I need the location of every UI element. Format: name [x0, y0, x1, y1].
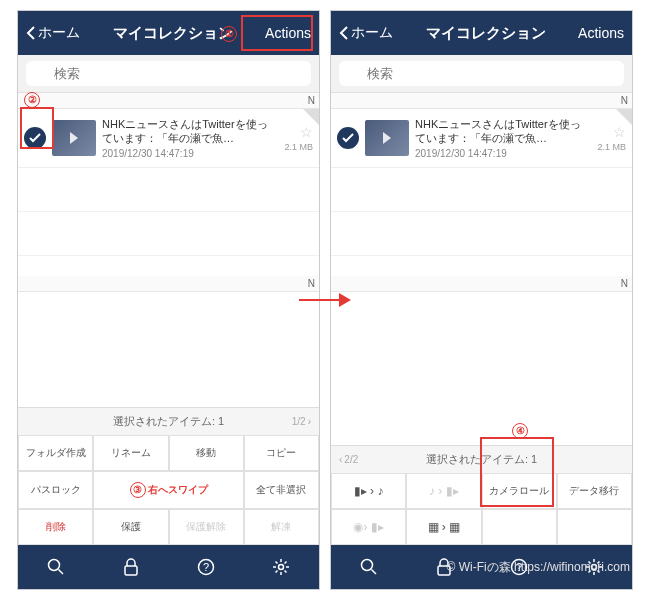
item-size: 2.1 MB — [597, 142, 626, 152]
section-header: N — [18, 93, 319, 109]
corner-fold-icon — [616, 109, 632, 125]
action-extract[interactable]: 解凍 — [244, 509, 319, 545]
svg-line-11 — [371, 570, 376, 575]
page-title: マイコレクション — [80, 24, 265, 43]
play-icon — [383, 132, 391, 144]
svg-text:?: ? — [203, 561, 209, 573]
nav-settings-icon[interactable] — [271, 557, 291, 577]
star-icon[interactable]: ☆ — [613, 124, 626, 140]
action-swipe-label: ③右へスワイプ — [93, 471, 244, 509]
video-thumbnail — [365, 120, 409, 156]
action-empty — [557, 509, 632, 545]
item-title: NHKニュースさんはTwitterを使っています：「年の瀬で魚… — [102, 117, 278, 146]
back-button[interactable]: ホーム — [26, 24, 80, 42]
content-list: N ② NHKニュースさんはTwitterを使っています：「年の瀬で魚… 201… — [18, 93, 319, 407]
bottom-nav: ? — [18, 545, 319, 589]
back-button[interactable]: ホーム — [339, 24, 393, 42]
nav-header: ホーム マイコレクション Actions — [18, 11, 319, 55]
selection-header: 選択されたアイテム: 1 1/2› — [18, 408, 319, 435]
nav-help-icon[interactable]: ? — [509, 557, 529, 577]
action-video-to-audio[interactable]: ▮▸ › ♪ — [331, 473, 406, 509]
check-icon — [342, 133, 354, 143]
item-date: 2019/12/30 14:47:19 — [415, 148, 591, 159]
search-input[interactable] — [339, 61, 624, 86]
section-header-2: N — [331, 276, 632, 292]
action-passlock[interactable]: パスロック — [18, 471, 93, 509]
svg-rect-4 — [125, 566, 137, 575]
nav-lock-icon[interactable] — [434, 557, 454, 577]
svg-rect-12 — [438, 566, 450, 575]
svg-point-7 — [279, 565, 284, 570]
action-camera-to-video[interactable]: ◉› ▮▸ — [331, 509, 406, 545]
action-folder-create[interactable]: フォルダ作成 — [18, 435, 93, 471]
chevron-left-icon — [339, 26, 349, 40]
svg-point-2 — [48, 560, 59, 571]
pager[interactable]: 1/2› — [292, 416, 311, 427]
action-grid-convert[interactable]: ▦ › ▦ — [406, 509, 481, 545]
svg-point-10 — [361, 560, 372, 571]
chevron-left-icon — [26, 26, 36, 40]
video-thumbnail — [52, 120, 96, 156]
nav-search-icon[interactable] — [359, 557, 379, 577]
checkbox-checked[interactable] — [24, 127, 46, 149]
nav-lock-icon[interactable] — [121, 557, 141, 577]
svg-point-15 — [592, 565, 597, 570]
search-bar — [18, 55, 319, 93]
action-camera-roll[interactable]: カメラロール — [482, 473, 557, 509]
svg-text:?: ? — [516, 561, 522, 573]
phone-left: ホーム マイコレクション Actions ① N ② — [17, 10, 320, 590]
corner-fold-icon — [303, 109, 319, 125]
item-size: 2.1 MB — [284, 142, 313, 152]
play-icon — [70, 132, 78, 144]
search-input[interactable] — [26, 61, 311, 86]
action-move[interactable]: 移動 — [169, 435, 244, 471]
checkbox-checked[interactable] — [337, 127, 359, 149]
action-panel: 選択されたアイテム: 1 1/2› フォルダ作成 リネーム 移動 コピー パスロ… — [18, 407, 319, 545]
content-list: N NHKニュースさんはTwitterを使っています：「年の瀬で魚… 2019/… — [331, 93, 632, 445]
action-copy[interactable]: コピー — [244, 435, 319, 471]
action-data-transfer[interactable]: データ移行 — [557, 473, 632, 509]
nav-help-icon[interactable]: ? — [196, 557, 216, 577]
page-title: マイコレクション — [393, 24, 578, 43]
nav-header: ホーム マイコレクション Actions — [331, 11, 632, 55]
action-delete[interactable]: 削除 — [18, 509, 93, 545]
action-rename[interactable]: リネーム — [93, 435, 168, 471]
section-header-2: N — [18, 276, 319, 292]
check-icon — [29, 133, 41, 143]
actions-button[interactable]: Actions — [265, 25, 311, 41]
nav-search-icon[interactable] — [46, 557, 66, 577]
nav-settings-icon[interactable] — [584, 557, 604, 577]
list-item[interactable]: NHKニュースさんはTwitterを使っています：「年の瀬で魚… 2019/12… — [331, 109, 632, 168]
action-audio-to-video[interactable]: ♪ › ▮▸ — [406, 473, 481, 509]
action-protect[interactable]: 保護 — [93, 509, 168, 545]
action-deselect-all[interactable]: 全て非選択 — [244, 471, 319, 509]
action-unprotect[interactable]: 保護解除 — [169, 509, 244, 545]
bottom-nav: ? — [331, 545, 632, 589]
svg-line-3 — [58, 570, 63, 575]
item-title: NHKニュースさんはTwitterを使っています：「年の瀬で魚… — [415, 117, 591, 146]
phone-right: ホーム マイコレクション Actions N NHKニュ — [330, 10, 633, 590]
search-bar — [331, 55, 632, 93]
section-header: N — [331, 93, 632, 109]
item-date: 2019/12/30 14:47:19 — [102, 148, 278, 159]
selection-header: ‹2/2 選択されたアイテム: 1 — [331, 446, 632, 473]
star-icon[interactable]: ☆ — [300, 124, 313, 140]
list-item[interactable]: NHKニュースさんはTwitterを使っています：「年の瀬で魚… 2019/12… — [18, 109, 319, 168]
actions-button[interactable]: Actions — [578, 25, 624, 41]
action-empty — [482, 509, 557, 545]
action-panel: ‹2/2 選択されたアイテム: 1 ④ ▮▸ › ♪ ♪ › ▮▸ カメラロール… — [331, 445, 632, 545]
pager[interactable]: ‹2/2 — [339, 454, 358, 465]
